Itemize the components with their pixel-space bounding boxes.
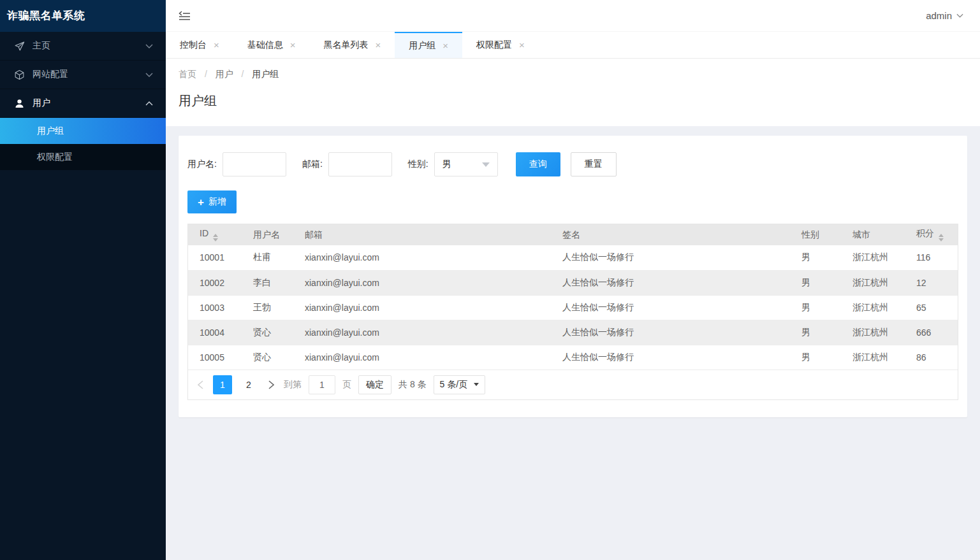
user-name: admin xyxy=(926,10,952,21)
chevron-up-icon xyxy=(145,101,153,106)
cell-email: xianxin@layui.com xyxy=(295,345,553,370)
breadcrumb-separator: / xyxy=(242,69,244,79)
cell-username: 李白 xyxy=(244,270,295,295)
filter-form: 用户名: 邮箱: 性别: 男 查询 重置 xyxy=(187,152,958,176)
column-header-email: 邮箱 xyxy=(295,224,553,245)
chevron-down-icon xyxy=(482,162,490,167)
sidebar-item-site-config[interactable]: 网站配置 xyxy=(0,61,166,89)
cell-score: 666 xyxy=(907,320,958,345)
sort-icon[interactable] xyxy=(213,234,218,241)
tab-console[interactable]: 控制台 × xyxy=(166,32,233,58)
sidebar-item-home[interactable]: 主页 xyxy=(0,32,166,61)
cell-username: 贤心 xyxy=(244,320,295,345)
cell-id: 10005 xyxy=(188,345,244,370)
collapse-sidebar-button[interactable] xyxy=(179,11,191,20)
cell-signature: 人生恰似一场修行 xyxy=(553,320,792,345)
username-input[interactable] xyxy=(223,152,286,176)
chevron-left-icon xyxy=(198,380,203,389)
goto-page-label: 到第 xyxy=(284,379,302,391)
gender-label: 性别: xyxy=(408,159,428,170)
table-row: 10003 王勃 xianxin@layui.com 人生恰似一场修行 男 浙江… xyxy=(188,295,958,320)
cell-gender: 男 xyxy=(792,320,843,345)
user-table: ID 用户名 邮箱 签名 性别 城市 积分 xyxy=(188,224,958,370)
cell-city: 浙江杭州 xyxy=(843,295,907,320)
page-number-2[interactable]: 2 xyxy=(239,375,258,394)
per-page-value: 5 条/页 xyxy=(440,379,468,391)
prev-page-button[interactable] xyxy=(194,375,206,394)
tab-label: 用户组 xyxy=(409,40,435,52)
per-page-select[interactable]: 5 条/页 xyxy=(434,375,486,394)
cell-id: 10001 xyxy=(188,245,244,270)
reset-button[interactable]: 重置 xyxy=(571,152,617,176)
cell-email: xianxin@layui.com xyxy=(295,295,553,320)
app-root: 诈骗黑名单系统 主页 网站配置 用户 xyxy=(0,0,980,560)
tab-label: 权限配置 xyxy=(476,39,512,51)
total-count-label: 共 8 条 xyxy=(399,379,427,391)
page-header: 首页 / 用户 / 用户组 用户组 xyxy=(166,59,980,126)
cell-city: 浙江杭州 xyxy=(843,270,907,295)
sidebar-item-label: 主页 xyxy=(33,40,145,52)
tab-user-group[interactable]: 用户组 × xyxy=(395,32,462,58)
close-icon[interactable]: × xyxy=(442,41,448,50)
chevron-down-icon xyxy=(145,73,153,77)
close-icon[interactable]: × xyxy=(376,40,381,50)
tab-label: 基础信息 xyxy=(247,39,283,51)
cell-signature: 人生恰似一场修行 xyxy=(553,345,792,370)
chevron-right-icon xyxy=(268,380,274,389)
close-icon[interactable]: × xyxy=(519,40,525,50)
tab-blacklist[interactable]: 黑名单列表 × xyxy=(310,32,395,58)
tab-permission-config[interactable]: 权限配置 × xyxy=(462,32,539,58)
app-title: 诈骗黑名单系统 xyxy=(0,0,166,32)
table-row: 10004 贤心 xianxin@layui.com 人生恰似一场修行 男 浙江… xyxy=(188,320,958,345)
next-page-button[interactable] xyxy=(265,375,277,394)
pagination: 1 2 到第 页 确定 共 8 条 5 条/页 xyxy=(188,370,958,399)
gender-select[interactable]: 男 xyxy=(434,152,498,176)
email-input[interactable] xyxy=(328,152,392,176)
confirm-page-button[interactable]: 确定 xyxy=(358,375,391,394)
breadcrumb-current: 用户组 xyxy=(252,69,279,79)
sidebar-item-user-group[interactable]: 用户组 xyxy=(0,118,166,144)
cell-username: 贤心 xyxy=(244,345,295,370)
topbar: admin xyxy=(166,0,980,32)
cell-gender: 男 xyxy=(792,345,843,370)
table-row: 10005 贤心 xianxin@layui.com 人生恰似一场修行 男 浙江… xyxy=(188,345,958,370)
cell-signature: 人生恰似一场修行 xyxy=(553,270,792,295)
tab-bar: 控制台 × 基础信息 × 黑名单列表 × 用户组 × 权限配置 × xyxy=(166,32,980,59)
sort-icon[interactable] xyxy=(939,234,944,241)
tab-basic-info[interactable]: 基础信息 × xyxy=(233,32,310,58)
content-card: 用户名: 邮箱: 性别: 男 查询 重置 + 新增 xyxy=(179,136,967,417)
sidebar-submenu-users: 用户组 权限配置 xyxy=(0,118,166,170)
cell-username: 王勃 xyxy=(244,295,295,320)
cell-gender: 男 xyxy=(792,295,843,320)
gender-selected-value: 男 xyxy=(442,159,451,170)
cell-id: 10004 xyxy=(188,320,244,345)
cell-score: 116 xyxy=(907,245,958,270)
data-table-container: ID 用户名 邮箱 签名 性别 城市 积分 xyxy=(187,224,958,400)
goto-page-input[interactable] xyxy=(309,375,335,394)
close-icon[interactable]: × xyxy=(214,40,219,50)
sidebar: 诈骗黑名单系统 主页 网站配置 用户 xyxy=(0,0,166,560)
add-button[interactable]: + 新增 xyxy=(187,190,237,213)
page-title: 用户组 xyxy=(179,92,967,110)
cell-id: 10003 xyxy=(188,295,244,320)
breadcrumb-users[interactable]: 用户 xyxy=(216,69,233,79)
chevron-down-icon xyxy=(474,383,479,386)
user-menu[interactable]: admin xyxy=(926,10,963,21)
close-icon[interactable]: × xyxy=(290,40,296,50)
column-header-score[interactable]: 积分 xyxy=(907,224,958,245)
cell-email: xianxin@layui.com xyxy=(295,270,553,295)
column-header-username: 用户名 xyxy=(244,224,295,245)
page-unit-label: 页 xyxy=(342,379,351,391)
breadcrumb-home[interactable]: 首页 xyxy=(179,69,196,79)
main-area: admin 控制台 × 基础信息 × 黑名单列表 × 用户组 × xyxy=(166,0,980,560)
page-number-1[interactable]: 1 xyxy=(213,375,232,394)
sidebar-item-users[interactable]: 用户 xyxy=(0,89,166,118)
search-button[interactable]: 查询 xyxy=(516,152,560,176)
cell-gender: 男 xyxy=(792,270,843,295)
sidebar-item-label: 网站配置 xyxy=(33,69,145,80)
breadcrumb-separator: / xyxy=(205,69,207,79)
cell-score: 12 xyxy=(907,270,958,295)
column-header-id[interactable]: ID xyxy=(188,224,244,245)
chevron-down-icon xyxy=(956,13,963,18)
sidebar-item-permission-config[interactable]: 权限配置 xyxy=(0,144,166,170)
